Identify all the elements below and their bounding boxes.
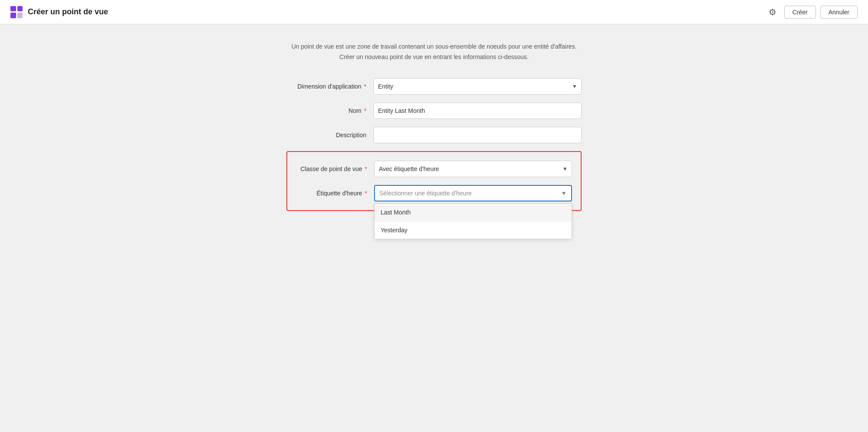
etiquette-options-list: Last Month Yesterday [374,203,572,239]
form-container: Dimension d'application * Entity ▼ Nom *… [286,78,582,211]
dimension-required: * [364,83,366,90]
option-last-month[interactable]: Last Month [375,204,572,221]
nom-required: * [364,107,366,114]
description-input[interactable] [373,127,582,143]
etiquette-required: * [365,190,367,197]
dimension-select[interactable]: Entity [373,78,582,95]
main-content: Un point de vue est une zone de travail … [0,24,868,228]
header: Créer un point de vue ⚙ Créer Annuler [0,0,868,24]
etiquette-placeholder: Sélectionner une étiquette d'heure [379,190,472,197]
logo-sq-3 [10,13,16,18]
classe-select-wrapper: Avec étiquette d'heure ▼ [374,161,572,177]
nom-row: Nom * [286,102,582,119]
header-left: Créer un point de vue [10,6,108,18]
nom-label: Nom * [286,107,373,114]
page-title: Créer un point de vue [28,7,108,16]
option-yesterday[interactable]: Yesterday [375,221,572,239]
red-box-section: Classe de point de vue * Avec étiquette … [286,151,582,211]
etiquette-row: Étiquette d'heure * Sélectionner une éti… [287,185,572,201]
gear-icon: ⚙ [769,7,776,17]
description-line1: Un point de vue est une zone de travail … [292,42,577,52]
dimension-row: Dimension d'application * Entity ▼ [286,78,582,95]
logo-icon [10,6,23,18]
logo-sq-4 [17,13,23,18]
classe-required: * [365,165,367,172]
dimension-select-wrapper: Entity ▼ [373,78,582,95]
classe-select[interactable]: Avec étiquette d'heure [374,161,572,177]
logo-sq-1 [10,6,16,12]
cancel-button[interactable]: Annuler [820,6,858,19]
nom-input[interactable] [373,102,582,119]
description-row: Description [286,127,582,143]
etiquette-label: Étiquette d'heure * [287,190,374,197]
create-button[interactable]: Créer [784,6,816,19]
header-right: ⚙ Créer Annuler [765,5,858,19]
description-block: Un point de vue est une zone de travail … [292,42,577,63]
etiquette-dropdown[interactable]: Sélectionner une étiquette d'heure ▼ Las… [374,185,572,201]
dimension-label: Dimension d'application * [286,83,373,90]
classe-row: Classe de point de vue * Avec étiquette … [287,161,572,177]
description-label: Description [286,132,373,139]
etiquette-arrow-icon: ▼ [561,190,567,197]
gear-button[interactable]: ⚙ [765,5,780,19]
description-line2: Créer un nouveau point de vue en entrant… [292,52,577,63]
etiquette-select-display[interactable]: Sélectionner une étiquette d'heure ▼ [374,185,572,201]
classe-label: Classe de point de vue * [287,165,374,172]
logo-sq-2 [17,6,23,12]
